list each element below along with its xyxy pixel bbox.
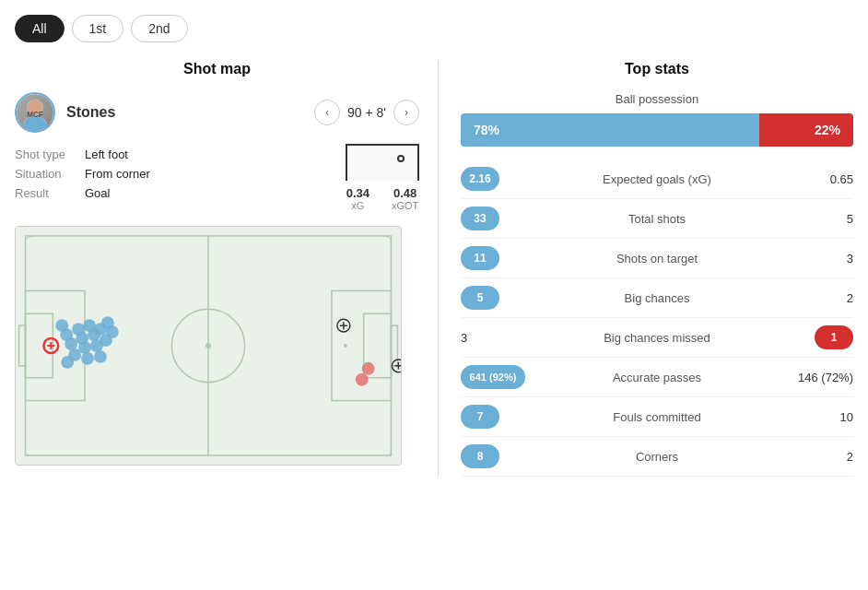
svg-point-17 [344, 344, 347, 348]
goal-shot-dot [397, 155, 405, 162]
stat-home-badge: 7 [461, 405, 499, 429]
stat-away: 1 [770, 325, 853, 349]
stat-away-value: 0.65 [830, 172, 853, 186]
stat-home: 11 [461, 246, 544, 270]
shot-map-title: Shot map [15, 61, 419, 77]
stat-row: 7 Fouls committed 10 [461, 397, 853, 437]
pitch-container [15, 226, 402, 466]
stat-home: 2.16 [461, 167, 544, 191]
svg-point-34 [101, 316, 114, 329]
stat-home-badge: 5 [461, 286, 499, 310]
stat-home-badge: 11 [461, 246, 499, 270]
nav-next-button[interactable]: › [393, 100, 419, 125]
player-time: 90 + 8' [347, 105, 386, 120]
svg-point-33 [61, 356, 74, 369]
nav-controls: ‹ 90 + 8' › [314, 100, 419, 125]
xgot-label: xGOT [392, 200, 418, 211]
stat-row: 2.16 Expected goals (xG) 0.65 [461, 159, 853, 199]
stat-away: 146 (72%) [770, 371, 853, 384]
stat-away: 0.65 [770, 172, 853, 186]
stat-home: 8 [461, 444, 544, 468]
top-stats-title: Top stats [461, 61, 853, 77]
stat-away: 3 [770, 252, 853, 266]
xg-stat: 0.34 xG [346, 186, 369, 211]
stat-away: 5 [770, 212, 853, 226]
right-panel: Top stats Ball possession 78% 22% 2.16 E… [439, 61, 853, 477]
player-name: Stones [66, 104, 314, 121]
tab-1st[interactable]: 1st [72, 15, 124, 42]
stat-name: Big chances missed [544, 331, 770, 345]
stat-away: 2 [770, 291, 853, 305]
stat-home: 3 [461, 331, 544, 345]
avatar-image: MCF [17, 94, 53, 131]
svg-text:MCF: MCF [27, 111, 43, 119]
nav-prev-button[interactable]: ‹ [314, 100, 340, 125]
situation-label: Situation [15, 167, 70, 181]
main-layout: Shot map MCF Stones ‹ 90 + 8' [15, 61, 853, 477]
tab-all[interactable]: All [15, 15, 65, 42]
goal-stats: 0.34 xG 0.48 xGOT [346, 186, 419, 211]
svg-point-9 [205, 343, 211, 348]
svg-point-30 [81, 352, 94, 365]
stat-home-badge: 641 (92%) [461, 365, 525, 389]
player-row: MCF Stones ‹ 90 + 8' › [15, 92, 419, 133]
stat-home: 5 [461, 286, 544, 310]
stat-name: Expected goals (xG) [544, 172, 770, 186]
xgot-value: 0.48 [393, 186, 416, 200]
stat-row: 8 Corners 2 [461, 437, 853, 477]
possession-bar: 78% 22% [461, 113, 853, 147]
stat-away-value: 10 [840, 410, 853, 424]
tab-bar: All 1st 2nd [15, 15, 853, 42]
goal-diagram: 0.34 xG 0.48 xGOT [346, 144, 419, 211]
shot-info-row: Shot type Left foot Situation From corne… [15, 148, 419, 211]
xgot-stat: 0.48 xGOT [392, 186, 418, 211]
result-line: Result Goal [15, 186, 327, 200]
stat-away-value: 2 [847, 450, 853, 464]
shot-type-line: Shot type Left foot [15, 148, 327, 161]
pitch-svg [16, 227, 401, 465]
stat-name: Shots on target [544, 252, 770, 266]
stat-away: 10 [770, 410, 853, 424]
stat-home-value: 3 [461, 331, 467, 345]
result-label: Result [15, 186, 70, 200]
stat-name: Corners [544, 450, 770, 464]
stat-home: 33 [461, 206, 544, 230]
stat-away-value: 146 (72%) [798, 371, 853, 384]
xg-value: 0.34 [346, 186, 369, 200]
shot-type-label: Shot type [15, 148, 70, 161]
svg-point-39 [356, 373, 369, 386]
stat-home: 7 [461, 405, 544, 429]
stats-list: 2.16 Expected goals (xG) 0.65 33 Total s… [461, 159, 853, 477]
stat-row: 11 Shots on target 3 [461, 239, 853, 278]
svg-point-38 [362, 362, 375, 375]
stat-away: 2 [770, 450, 853, 464]
situation-line: Situation From corner [15, 167, 327, 181]
stat-away-value: 5 [847, 212, 853, 226]
stat-row: 33 Total shots 5 [461, 199, 853, 239]
stat-away-value: 2 [847, 291, 853, 305]
stat-name: Total shots [544, 212, 770, 226]
shot-labels: Shot type Left foot Situation From corne… [15, 148, 327, 206]
shot-type-value: Left foot [85, 148, 128, 161]
stat-row: 641 (92%) Accurate passes 146 (72%) [461, 358, 853, 397]
svg-point-32 [55, 319, 68, 332]
stat-away-value: 3 [847, 252, 853, 266]
stat-name: Accurate passes [544, 371, 770, 384]
possession-away: 22% [759, 113, 853, 147]
svg-point-31 [94, 350, 107, 363]
possession-label: Ball possession [461, 92, 853, 106]
result-value: Goal [85, 186, 110, 200]
stat-home: 641 (92%) [461, 365, 544, 389]
stat-name: Big chances [544, 291, 770, 305]
stat-away-badge: 1 [815, 325, 853, 349]
possession-home: 78% [461, 113, 759, 147]
stat-home-badge: 2.16 [461, 167, 499, 191]
stat-home-badge: 8 [461, 444, 499, 468]
stat-name: Fouls committed [544, 410, 770, 424]
xg-label: xG [351, 200, 364, 211]
goal-frame [346, 144, 419, 181]
svg-point-24 [65, 337, 77, 350]
avatar: MCF [15, 92, 55, 133]
tab-2nd[interactable]: 2nd [131, 15, 187, 42]
stat-row: 5 Big chances 2 [461, 278, 853, 318]
